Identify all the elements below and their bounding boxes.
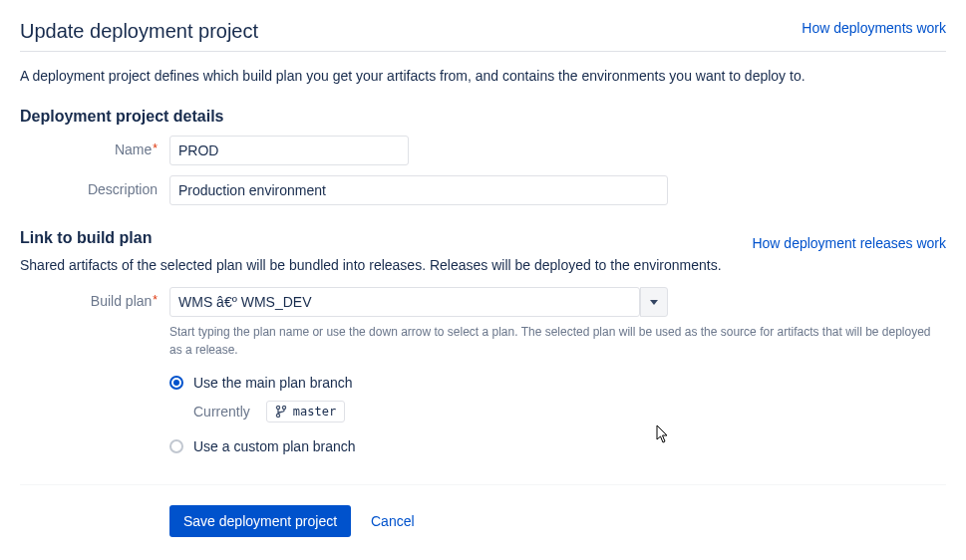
branch-name: master	[293, 405, 336, 419]
name-label: Name	[20, 136, 169, 157]
branch-icon	[275, 405, 287, 419]
description-row: Description	[20, 175, 946, 205]
page-header: Update deployment project How deployment…	[20, 20, 946, 52]
radio-main-branch[interactable]: Use the main plan branch	[169, 375, 946, 391]
chevron-down-icon	[650, 300, 658, 305]
description-input[interactable]	[169, 175, 668, 205]
build-plan-help-text: Start typing the plan name or use the do…	[169, 323, 946, 359]
build-plan-dropdown-button[interactable]	[640, 287, 668, 317]
radio-main-input[interactable]	[169, 376, 183, 390]
separator	[20, 484, 946, 485]
link-plan-description: Shared artifacts of the selected plan wi…	[20, 257, 946, 273]
how-releases-work-link[interactable]: How deployment releases work	[752, 235, 946, 251]
build-plan-input[interactable]	[169, 287, 640, 317]
page-title: Update deployment project	[20, 20, 258, 43]
radio-custom-input[interactable]	[169, 439, 183, 453]
svg-point-1	[282, 406, 285, 409]
name-row: Name	[20, 136, 946, 165]
currently-row: Currently master	[193, 401, 946, 422]
how-deployments-work-link[interactable]: How deployments work	[802, 20, 946, 36]
radio-custom-branch[interactable]: Use a custom plan branch	[169, 438, 946, 454]
details-heading: Deployment project details	[20, 108, 946, 126]
description-label: Description	[20, 175, 169, 197]
intro-text: A deployment project defines which build…	[20, 68, 946, 84]
cancel-button[interactable]: Cancel	[365, 512, 421, 530]
svg-point-0	[276, 406, 279, 409]
radio-main-label: Use the main plan branch	[193, 375, 353, 391]
save-button[interactable]: Save deployment project	[169, 505, 351, 537]
currently-label: Currently	[193, 404, 250, 420]
build-plan-row: Build plan Start typing the plan name or…	[20, 287, 946, 454]
svg-point-2	[276, 414, 279, 417]
name-input[interactable]	[169, 136, 409, 165]
build-plan-label: Build plan	[20, 287, 169, 309]
link-plan-heading: Link to build plan	[20, 229, 152, 247]
actions-row: Save deployment project Cancel	[169, 505, 946, 537]
branch-badge: master	[266, 401, 345, 422]
build-plan-select[interactable]	[169, 287, 668, 317]
radio-custom-label: Use a custom plan branch	[193, 438, 356, 454]
